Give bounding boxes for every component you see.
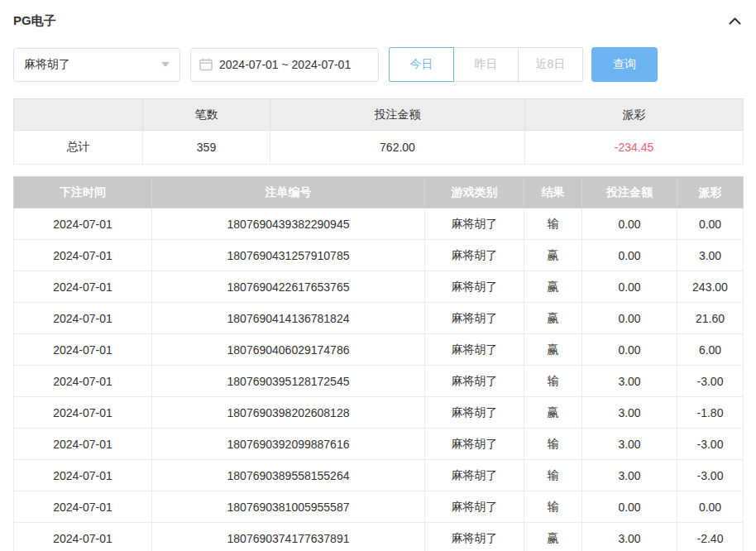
cell-result: 输: [524, 460, 582, 491]
table-row: 2024-07-01 1807690439382290945 麻将胡了 输 0.…: [14, 208, 744, 240]
cell-payout: -3.00: [677, 429, 744, 460]
cell-result: 赢: [524, 334, 582, 366]
cell-order-number: 1807690414136781824: [152, 303, 425, 334]
cell-game-type: 麻将胡了: [425, 334, 524, 366]
pg-games-panel: PG电子 麻将胡了 2024-07-01 ~ 2024-07-01 今日 昨日 …: [0, 0, 756, 551]
summary-total-bet-amount: 762.00: [270, 131, 525, 165]
search-button[interactable]: 查询: [591, 47, 658, 82]
collapse-chevron-up-icon[interactable]: [727, 16, 743, 26]
cell-payout: -2.40: [677, 523, 744, 551]
summary-header-row: 笔数 投注金额 派彩: [14, 99, 744, 131]
table-row: 2024-07-01 1807690398202608128 麻将胡了 赢 3.…: [14, 397, 744, 429]
table-row: 2024-07-01 1807690431257910785 麻将胡了 赢 0.…: [14, 240, 744, 271]
filter-bar: 麻将胡了 2024-07-01 ~ 2024-07-01 今日 昨日 近8日 查…: [13, 47, 743, 82]
cell-result: 输: [524, 491, 582, 523]
cell-bet-time: 2024-07-01: [14, 240, 152, 271]
page-title: PG电子: [13, 13, 56, 29]
cell-payout: 21.60: [677, 303, 744, 334]
cell-order-number: 1807690392099887616: [152, 429, 425, 460]
cell-bet-time: 2024-07-01: [14, 303, 152, 334]
summary-header-payout: 派彩: [525, 99, 744, 131]
quick-range-group: 今日 昨日 近8日: [389, 47, 583, 82]
table-row: 2024-07-01 1807690422617653765 麻将胡了 赢 0.…: [14, 271, 744, 303]
calendar-icon: [199, 58, 213, 71]
cell-bet-time: 2024-07-01: [14, 491, 152, 523]
table-row: 2024-07-01 1807690414136781824 麻将胡了 赢 0.…: [14, 303, 744, 334]
cell-bet-time: 2024-07-01: [14, 523, 152, 551]
cell-payout: -1.80: [677, 397, 744, 429]
cell-order-number: 1807690374177637891: [152, 523, 425, 551]
cell-payout: 3.00: [677, 240, 744, 271]
cell-bet-amount: 0.00: [582, 240, 677, 271]
summary-header-count: 笔数: [143, 99, 270, 131]
cell-bet-amount: 0.00: [582, 271, 677, 303]
cell-bet-amount: 0.00: [582, 303, 677, 334]
col-header-game-type: 游戏类别: [425, 177, 524, 208]
cell-payout: 243.00: [677, 271, 744, 303]
col-header-order-number: 注单编号: [152, 177, 425, 208]
summary-header-blank: [14, 99, 143, 131]
cell-result: 赢: [524, 240, 582, 271]
cell-game-type: 麻将胡了: [425, 366, 524, 397]
table-row: 2024-07-01 1807690389558155264 麻将胡了 输 3.…: [14, 460, 744, 491]
cell-order-number: 1807690381005955587: [152, 491, 425, 523]
cell-result: 赢: [524, 303, 582, 334]
summary-total-count: 359: [143, 131, 270, 165]
cell-game-type: 麻将胡了: [425, 208, 524, 240]
cell-order-number: 1807690406029174786: [152, 334, 425, 366]
yesterday-button[interactable]: 昨日: [453, 47, 519, 82]
cell-bet-amount: 3.00: [582, 523, 677, 551]
cell-bet-time: 2024-07-01: [14, 334, 152, 366]
col-header-result: 结果: [524, 177, 582, 208]
cell-game-type: 麻将胡了: [425, 429, 524, 460]
cell-order-number: 1807690439382290945: [152, 208, 425, 240]
cell-result: 输: [524, 429, 582, 460]
records-table: 下注时间 注单编号 游戏类别 结果 投注金额 派彩 2024-07-01 180…: [13, 176, 744, 551]
table-row: 2024-07-01 1807690395128172545 麻将胡了 输 3.…: [14, 366, 744, 397]
cell-payout: -3.00: [677, 366, 744, 397]
cell-bet-time: 2024-07-01: [14, 397, 152, 429]
cell-result: 赢: [524, 271, 582, 303]
cell-bet-time: 2024-07-01: [14, 208, 152, 240]
cell-bet-amount: 0.00: [582, 208, 677, 240]
cell-bet-time: 2024-07-01: [14, 366, 152, 397]
cell-bet-time: 2024-07-01: [14, 429, 152, 460]
chevron-down-icon: [161, 62, 170, 67]
summary-total-label: 总计: [14, 131, 143, 165]
cell-payout: -3.00: [677, 460, 744, 491]
cell-order-number: 1807690398202608128: [152, 397, 425, 429]
cell-order-number: 1807690395128172545: [152, 366, 425, 397]
cell-order-number: 1807690389558155264: [152, 460, 425, 491]
summary-total-row: 总计 359 762.00 -234.45: [14, 131, 744, 165]
cell-result: 输: [524, 366, 582, 397]
cell-game-type: 麻将胡了: [425, 491, 524, 523]
date-range-input[interactable]: 2024-07-01 ~ 2024-07-01: [190, 48, 379, 82]
cell-bet-time: 2024-07-01: [14, 460, 152, 491]
cell-game-type: 麻将胡了: [425, 271, 524, 303]
table-row: 2024-07-01 1807690392099887616 麻将胡了 输 3.…: [14, 429, 744, 460]
col-header-payout: 派彩: [677, 177, 744, 208]
cell-game-type: 麻将胡了: [425, 523, 524, 551]
cell-result: 赢: [524, 523, 582, 551]
panel-header: PG电子: [13, 13, 743, 29]
summary-header-bet-amount: 投注金额: [270, 99, 525, 131]
summary-table: 笔数 投注金额 派彩 总计 359 762.00 -234.45: [13, 98, 744, 165]
cell-game-type: 麻将胡了: [425, 460, 524, 491]
game-select-value: 麻将胡了: [24, 57, 70, 72]
cell-payout: 6.00: [677, 334, 744, 366]
today-button[interactable]: 今日: [389, 47, 454, 82]
cell-result: 输: [524, 208, 582, 240]
cell-bet-amount: 3.00: [582, 429, 677, 460]
records-tbody: 2024-07-01 1807690439382290945 麻将胡了 输 0.…: [14, 208, 744, 551]
cell-result: 赢: [524, 397, 582, 429]
cell-bet-amount: 0.00: [582, 334, 677, 366]
last-8-days-button[interactable]: 近8日: [518, 47, 583, 82]
cell-bet-amount: 0.00: [582, 491, 677, 523]
table-row: 2024-07-01 1807690406029174786 麻将胡了 赢 0.…: [14, 334, 744, 366]
cell-game-type: 麻将胡了: [425, 397, 524, 429]
game-select[interactable]: 麻将胡了: [13, 48, 180, 82]
cell-game-type: 麻将胡了: [425, 303, 524, 334]
cell-order-number: 1807690431257910785: [152, 240, 425, 271]
cell-bet-amount: 3.00: [582, 460, 677, 491]
date-range-value: 2024-07-01 ~ 2024-07-01: [219, 58, 351, 71]
